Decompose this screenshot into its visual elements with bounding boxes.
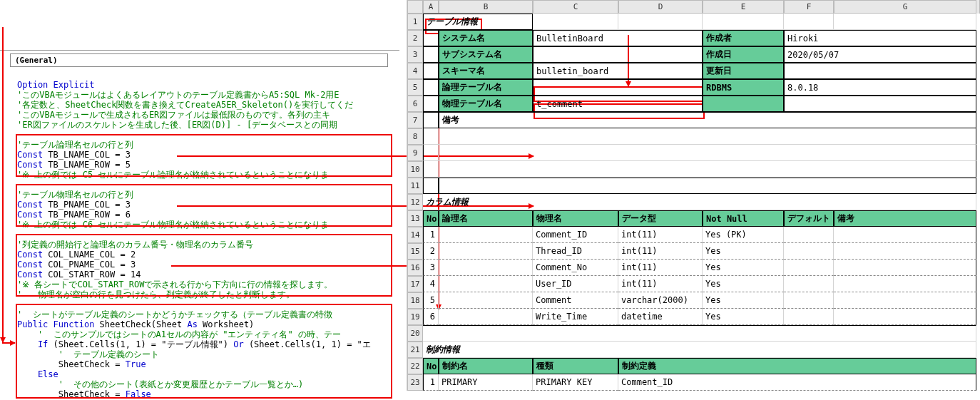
cell[interactable] xyxy=(784,309,834,325)
cnhdr-kind[interactable]: 種類 xyxy=(533,358,618,374)
cell[interactable] xyxy=(423,325,976,342)
cell[interactable] xyxy=(784,96,976,112)
col-header-B[interactable]: B xyxy=(439,0,533,14)
cell[interactable] xyxy=(784,14,834,30)
cell[interactable] xyxy=(618,14,703,30)
val-system[interactable]: BulletinBoard xyxy=(533,30,703,46)
val-rdbms[interactable]: 8.0.18 xyxy=(784,79,976,96)
coldata-notnull[interactable]: Yes xyxy=(703,243,784,260)
row-header[interactable]: 4 xyxy=(407,63,423,79)
cell[interactable] xyxy=(784,243,834,260)
row-header[interactable]: 7 xyxy=(407,112,423,128)
row-header[interactable]: 16 xyxy=(407,260,423,276)
label-schema[interactable]: スキーマ名 xyxy=(439,63,533,79)
section-constraint-info[interactable]: 制約情報 xyxy=(423,342,976,358)
cell[interactable] xyxy=(423,145,439,161)
label-creator[interactable]: 作成者 xyxy=(703,30,784,46)
cell[interactable] xyxy=(784,63,976,79)
coldata-notnull[interactable]: Yes xyxy=(703,276,784,292)
colhdr-pname[interactable]: 物理名 xyxy=(533,210,618,227)
col-header-F[interactable]: F xyxy=(784,0,834,14)
cndata-def[interactable]: Comment_ID xyxy=(618,374,976,391)
cell[interactable] xyxy=(784,276,834,292)
cell[interactable] xyxy=(533,46,703,63)
coldata-lname[interactable] xyxy=(439,227,533,243)
label-system[interactable]: システム名 xyxy=(439,30,533,46)
cell[interactable] xyxy=(423,46,439,63)
coldata-pname[interactable]: Comment xyxy=(533,292,618,309)
coldata-lname[interactable] xyxy=(439,276,533,292)
cell[interactable] xyxy=(834,14,976,30)
cell[interactable] xyxy=(703,14,784,30)
coldata-no[interactable]: 1 xyxy=(423,227,439,243)
cell[interactable] xyxy=(439,128,976,145)
cell[interactable] xyxy=(423,30,439,46)
col-header-A[interactable]: A xyxy=(423,0,439,14)
coldata-dtype[interactable]: int(11) xyxy=(618,243,703,260)
cnhdr-name[interactable]: 制約名 xyxy=(439,358,533,374)
cell[interactable] xyxy=(533,79,703,96)
colhdr-lname[interactable]: 論理名 xyxy=(439,210,533,227)
coldata-notnull[interactable]: Yes xyxy=(703,260,784,276)
colhdr-no[interactable]: No. xyxy=(423,210,439,227)
cell[interactable] xyxy=(703,96,784,112)
cell[interactable] xyxy=(834,260,976,276)
row-header[interactable]: 1 xyxy=(407,14,423,30)
colhdr-default[interactable]: デフォルト xyxy=(784,210,834,227)
cell[interactable] xyxy=(834,227,976,243)
val-schema[interactable]: bulletin_board xyxy=(533,63,703,79)
coldata-lname[interactable] xyxy=(439,243,533,260)
coldata-no[interactable]: 6 xyxy=(423,309,439,325)
coldata-dtype[interactable]: int(11) xyxy=(618,260,703,276)
row-header[interactable]: 22 xyxy=(407,358,423,374)
cell[interactable] xyxy=(439,161,976,178)
label-created[interactable]: 作成日 xyxy=(703,46,784,63)
row-header[interactable]: 11 xyxy=(407,178,423,194)
row-header[interactable]: 5 xyxy=(407,79,423,96)
label-logical-table[interactable]: 論理テーブル名 xyxy=(439,79,533,96)
label-rdbms[interactable]: RDBMS xyxy=(703,79,784,96)
cell[interactable] xyxy=(784,292,834,309)
coldata-dtype[interactable]: int(11) xyxy=(618,227,703,243)
coldata-pname[interactable]: User_ID xyxy=(533,276,618,292)
coldata-pname[interactable]: Write_Time xyxy=(533,309,618,325)
cell[interactable] xyxy=(834,243,976,260)
section-column-info[interactable]: カラム情報 xyxy=(423,194,976,210)
cell[interactable] xyxy=(423,63,439,79)
coldata-lname[interactable] xyxy=(439,260,533,276)
cnhdr-def[interactable]: 制約定義 xyxy=(618,358,976,374)
row-header[interactable]: 2 xyxy=(407,30,423,46)
coldata-notnull[interactable]: Yes xyxy=(703,309,784,325)
val-created[interactable]: 2020/05/07 xyxy=(784,46,976,63)
cell[interactable] xyxy=(423,112,439,128)
coldata-pname[interactable]: Comment_No xyxy=(533,260,618,276)
coldata-no[interactable]: 5 xyxy=(423,292,439,309)
select-all-cell[interactable] xyxy=(407,0,423,14)
label-remark[interactable]: 備考 xyxy=(439,112,976,128)
row-header[interactable]: 14 xyxy=(407,227,423,243)
col-header-C[interactable]: C xyxy=(533,0,618,14)
cell[interactable] xyxy=(423,161,439,178)
coldata-pname[interactable]: Comment_ID xyxy=(533,227,618,243)
row-header[interactable]: 13 xyxy=(407,210,423,227)
coldata-dtype[interactable]: int(11) xyxy=(618,276,703,292)
colhdr-remark[interactable]: 備考 xyxy=(834,210,976,227)
cell[interactable] xyxy=(784,227,834,243)
row-header[interactable]: 17 xyxy=(407,276,423,292)
label-updated[interactable]: 更新日 xyxy=(703,63,784,79)
cndata-kind[interactable]: PRIMARY KEY xyxy=(533,374,618,391)
row-header[interactable]: 3 xyxy=(407,46,423,63)
coldata-lname[interactable] xyxy=(439,292,533,309)
row-header[interactable]: 6 xyxy=(407,96,423,112)
row-header[interactable]: 12 xyxy=(407,194,423,210)
col-header-D[interactable]: D xyxy=(618,0,703,14)
colhdr-notnull[interactable]: Not Null xyxy=(703,210,784,227)
coldata-no[interactable]: 3 xyxy=(423,260,439,276)
cell[interactable] xyxy=(423,79,439,96)
coldata-dtype[interactable]: datetime xyxy=(618,309,703,325)
row-header[interactable]: 19 xyxy=(407,309,423,325)
cell[interactable] xyxy=(423,96,439,112)
cell[interactable] xyxy=(423,178,439,194)
coldata-lname[interactable] xyxy=(439,309,533,325)
coldata-pname[interactable]: Thread_ID xyxy=(533,243,618,260)
